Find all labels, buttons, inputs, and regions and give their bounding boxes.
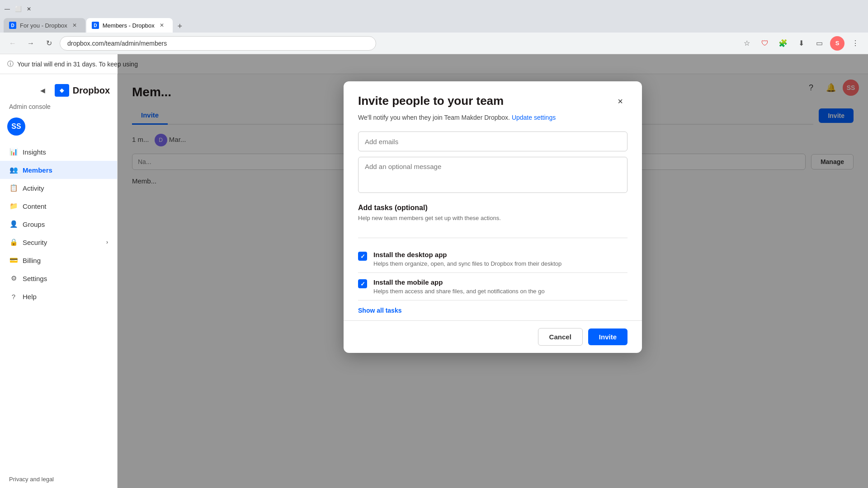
sidebar-item-label-activity: Activity [23,184,44,192]
folder-icon: 📁 [9,202,18,211]
sidebar-item-label-members: Members [23,166,52,174]
tab-favicon-1: D [9,22,16,29]
tab-favicon-2: D [92,22,99,29]
extension-button-2[interactable]: 🧩 [776,36,790,51]
tab-title-1: For you - Dropbox [20,22,67,29]
invite-modal: Invite people to your team × We'll notif… [344,81,642,353]
dropbox-logo-icon: ◆ [55,84,69,97]
task-item-mobile-desc: Helps them access and share files, and g… [373,288,627,295]
modal-subtitle: We'll notify you when they join Team Mak… [344,108,642,122]
menu-button[interactable]: ⋮ [848,36,863,51]
settings-icon: ⚙ [9,274,18,283]
address-bar[interactable]: dropbox.com/team/admin/members [60,36,376,51]
chart-icon: 📊 [9,147,18,156]
privacy-legal-link[interactable]: Privacy and legal [0,470,117,488]
sidebar-item-settings[interactable]: ⚙ Settings [0,269,117,287]
close-icon: × [618,96,623,107]
sidebar-item-label-help: Help [23,293,37,300]
lock-icon: 🔒 [9,238,18,247]
sidebar-item-label-security: Security [23,239,47,246]
sidebar-avatar: SS [7,117,25,136]
close-window-button[interactable]: ✕ [25,5,33,13]
email-input[interactable] [358,131,627,151]
modal-title: Invite people to your team [358,94,504,108]
extension-button-1[interactable]: 🛡 [758,36,772,51]
user-avatar-toolbar[interactable]: S [830,36,844,51]
sidebar-item-label-settings: Settings [23,275,47,282]
modal-body [344,122,642,204]
split-button[interactable]: ▭ [812,36,826,51]
sidebar-item-insights[interactable]: 📊 Insights [0,143,117,161]
task-divider-1 [358,238,627,238]
address-text: dropbox.com/team/admin/members [67,40,167,47]
sidebar-item-label-content: Content [23,202,47,210]
mobile-app-checkbox[interactable] [358,279,367,288]
sidebar-header: ◀ ◆ Dropbox [0,74,117,101]
sidebar: ◀ ◆ Dropbox Admin console SS 📊 Insights … [0,54,118,488]
download-button[interactable]: ⬇ [794,36,808,51]
modal-footer: Cancel Invite [344,321,642,353]
task-item-mobile-content: Install the mobile app Helps them access… [373,278,627,295]
modal-subtitle-text: We'll notify you when they join Team Mak… [358,114,510,121]
modal-close-button[interactable]: × [613,94,627,108]
help-icon: ? [9,292,18,301]
browser-frame: — ⬜ ✕ D For you - Dropbox ✕ D Members - … [0,0,868,488]
desktop-app-checkbox[interactable] [358,252,367,261]
task-item-desktop-desc: Helps them organize, open, and sync file… [373,260,627,267]
tab-close-1[interactable]: ✕ [71,22,78,29]
show-all-tasks-link[interactable]: Show all tasks [344,300,642,320]
invite-submit-button[interactable]: Invite [588,328,627,345]
dropbox-logo[interactable]: ◆ Dropbox [55,84,110,97]
tasks-section: Add tasks (optional) Help new team membe… [344,204,642,238]
task-item-mobile: Install the mobile app Helps them access… [344,273,642,300]
back-button[interactable]: ← [5,36,20,51]
sidebar-item-activity[interactable]: 📋 Activity [0,179,117,197]
info-icon: ⓘ [7,60,14,68]
tab-members[interactable]: D Members - Dropbox ✕ [86,18,173,33]
app-area: ⓘ Your trial will end in 31 days. To kee… [0,54,868,488]
sidebar-item-members[interactable]: 👥 Members [0,161,117,179]
toolbar-actions: ☆ 🛡 🧩 ⬇ ▭ S ⋮ [740,36,863,51]
modal-header: Invite people to your team × [344,81,642,108]
sidebar-nav: 📊 Insights 👥 Members 📋 Activity 📁 Conten… [0,139,117,309]
tab-for-you[interactable]: D For you - Dropbox ✕ [4,18,85,33]
forward-button[interactable]: → [24,36,38,51]
sidebar-item-security[interactable]: 🔒 Security › [0,233,117,251]
admin-console-label: Admin console [0,101,117,114]
window-controls: — ⬜ ✕ [4,5,33,13]
modal-backdrop[interactable]: Invite people to your team × We'll notif… [118,54,868,488]
sidebar-item-help[interactable]: ? Help [0,287,117,305]
sidebar-item-label-insights: Insights [23,148,46,156]
sidebar-item-groups[interactable]: 👤 Groups [0,215,117,233]
sidebar-item-billing[interactable]: 💳 Billing [0,251,117,269]
tab-title-2: Members - Dropbox [103,22,155,29]
tasks-subtitle: Help new team members get set up with th… [358,215,627,221]
update-settings-link[interactable]: Update settings [512,114,556,121]
browser-toolbar: ← → ↻ dropbox.com/team/admin/members ☆ 🛡… [0,33,868,54]
title-bar: — ⬜ ✕ [0,0,868,18]
tasks-title: Add tasks (optional) [358,204,627,212]
minimize-button[interactable]: — [4,5,11,13]
sidebar-item-label-groups: Groups [23,221,45,228]
refresh-button[interactable]: ↻ [42,36,56,51]
tab-close-2[interactable]: ✕ [158,22,165,29]
group-icon: 👤 [9,220,18,229]
dropbox-logo-text: Dropbox [73,85,110,96]
main-content: ? 🔔 SS Mem... Invite Invite 1 m... [118,54,868,488]
chevron-right-icon: › [106,239,108,245]
sidebar-item-content[interactable]: 📁 Content [0,197,117,215]
activity-icon: 📋 [9,183,18,192]
task-item-desktop: Install the desktop app Helps them organ… [344,245,642,272]
sidebar-toggle-button[interactable]: ◀ [36,83,50,98]
task-item-desktop-title: Install the desktop app [373,251,627,258]
task-item-mobile-title: Install the mobile app [373,278,627,286]
cancel-button[interactable]: Cancel [538,328,583,346]
task-item-desktop-content: Install the desktop app Helps them organ… [373,251,627,267]
bookmark-button[interactable]: ☆ [740,36,754,51]
people-icon: 👥 [9,165,18,174]
sidebar-item-label-billing: Billing [23,257,41,264]
message-textarea[interactable] [358,157,627,193]
tab-bar: D For you - Dropbox ✕ D Members - Dropbo… [0,18,868,33]
maximize-button[interactable]: ⬜ [14,5,22,13]
new-tab-button[interactable]: + [174,20,186,33]
